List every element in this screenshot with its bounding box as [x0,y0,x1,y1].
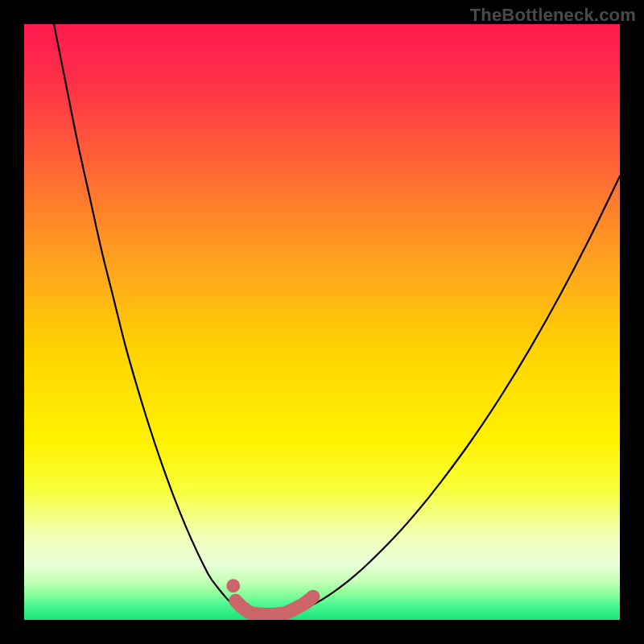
chart-frame: TheBottleneck.com [0,0,644,644]
highlight-dot [226,579,240,592]
watermark-text: TheBottleneck.com [470,5,636,26]
chart-svg [24,24,620,620]
gradient-bg [24,24,620,620]
plot-area [24,24,620,620]
